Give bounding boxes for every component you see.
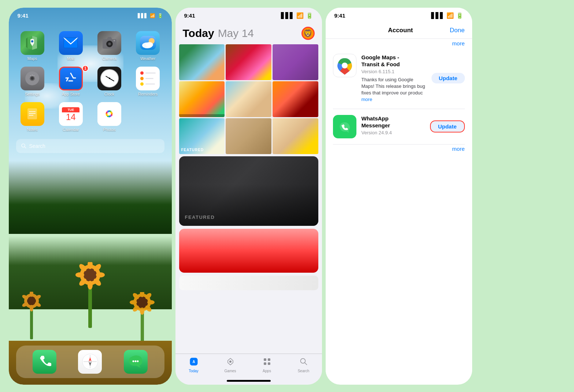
- svg-rect-80: [268, 362, 270, 365]
- games-tab-icon: [226, 358, 234, 368]
- gmaps-desc: Thanks for using Google Maps! This relea…: [362, 76, 426, 103]
- more-link-top[interactable]: more: [326, 39, 472, 48]
- signal-icon: ▋▋▋: [138, 13, 148, 18]
- dock-phone[interactable]: [33, 350, 56, 374]
- appstore-label: App Store: [62, 92, 80, 96]
- dock-safari[interactable]: [78, 350, 102, 374]
- notes-icon-img: [21, 102, 44, 126]
- photo-row-3: FEATURED: [175, 118, 322, 154]
- tab-today[interactable]: A Today: [181, 358, 207, 373]
- clock-label: Clock: [104, 92, 115, 96]
- svg-point-33: [31, 40, 33, 42]
- today-label: Today: [183, 27, 214, 40]
- app-icon-notes[interactable]: Notes: [16, 102, 49, 132]
- appstore-header: Today May 14 🦁: [175, 24, 322, 44]
- photo-cooking-overlay: [179, 114, 225, 117]
- app-icon-reminders[interactable]: Reminders: [132, 67, 164, 96]
- svg-point-70: [133, 361, 134, 362]
- tab-apps[interactable]: Apps: [254, 358, 280, 373]
- apps-tab-label: Apps: [263, 369, 271, 373]
- svg-point-76: [229, 361, 232, 363]
- svg-point-46: [146, 42, 153, 47]
- svg-text:A: A: [192, 360, 195, 364]
- gmaps-update-button[interactable]: Update: [432, 73, 465, 83]
- photo-cell-tropical: [179, 44, 225, 80]
- svg-line-63: [25, 147, 26, 148]
- app-icon-settings[interactable]: Settings: [16, 67, 49, 96]
- phone3-status-time: 9:41: [334, 12, 345, 19]
- whatsapp-app-name: WhatsApp Messenger: [362, 115, 425, 129]
- photos-icon-img: [97, 102, 121, 126]
- app-icon-clock[interactable]: Clock: [93, 67, 126, 96]
- app-icon-mail[interactable]: Mail: [55, 31, 87, 61]
- phone3-wifi: 📶: [447, 12, 454, 19]
- red-promo-card[interactable]: [179, 229, 318, 273]
- photo-cell-food2: [273, 81, 318, 117]
- home-search-bar[interactable]: Search: [16, 139, 164, 153]
- svg-point-83: [342, 63, 348, 68]
- homescreen-content: 9:41 ▋▋▋ 📶 🔋: [9, 8, 172, 385]
- app-icon-maps[interactable]: Maps: [16, 31, 49, 61]
- games-tab-label: Games: [224, 369, 236, 373]
- status-indicators: ▋▋▋ 📶 🔋: [138, 13, 163, 18]
- account-avatar-button[interactable]: 🦁: [301, 27, 315, 40]
- tab-search[interactable]: Search: [291, 358, 316, 373]
- app-icon-photos[interactable]: Photos: [93, 102, 126, 132]
- update-item-whatsapp: WhatsApp Messenger Version 24.9.4 Update: [326, 109, 472, 144]
- gmaps-app-icon: [333, 54, 356, 77]
- phone3-battery: 🔋: [456, 12, 463, 19]
- more-link-bottom[interactable]: more: [326, 144, 472, 153]
- appstore-icon-img: [59, 67, 83, 90]
- appstore-scroll[interactable]: FEATURED FEATURED: [175, 44, 322, 292]
- search-icon: [21, 143, 26, 149]
- photo-cell-berries: [226, 44, 271, 80]
- status-time: 9:41: [18, 12, 29, 19]
- maps-label: Maps: [27, 56, 37, 61]
- gmaps-more-link[interactable]: more: [362, 97, 373, 102]
- svg-line-82: [305, 363, 307, 365]
- photo-cell-cooking: [179, 81, 225, 117]
- featured-card[interactable]: FEATURED: [179, 156, 318, 226]
- battery-icon: 🔋: [158, 13, 163, 18]
- app-icon-calendar[interactable]: TUE 14 Calendar: [55, 102, 87, 132]
- settings-label: Settings: [25, 92, 40, 96]
- phone2-appstore: 9:41 ▋▋▋ 📶 🔋 Today May 14 🦁: [175, 8, 322, 385]
- whatsapp-update-info: WhatsApp Messenger Version 24.9.4: [362, 115, 425, 135]
- dock-messages[interactable]: [124, 350, 148, 374]
- mail-label: Mail: [67, 56, 74, 61]
- reminders-label: Reminders: [138, 92, 158, 96]
- search-label: Search: [29, 143, 45, 149]
- whatsapp-app-icon: [333, 115, 356, 138]
- svg-point-81: [300, 358, 305, 363]
- today-title-group: Today May 14: [183, 27, 254, 40]
- phone3-status-bar: 9:41 ▋▋▋ 📶 🔋: [326, 8, 472, 24]
- phone2-status-bar: 9:41 ▋▋▋ 📶 🔋: [175, 8, 322, 24]
- whatsapp-update-button[interactable]: Update: [430, 120, 465, 132]
- today-tab-label: Today: [189, 369, 199, 373]
- reminders-icon-img: [136, 67, 160, 90]
- notes-label: Notes: [27, 127, 38, 132]
- done-button[interactable]: Done: [450, 27, 465, 34]
- photo-cell-purple: [273, 44, 318, 80]
- photo-cell-portrait: [226, 81, 271, 117]
- dock: [16, 346, 164, 378]
- status-bar: 9:41 ▋▋▋ 📶 🔋: [9, 8, 172, 24]
- app-icon-appstore[interactable]: 1 App Store: [55, 67, 87, 96]
- search-tab-label: Search: [298, 369, 310, 373]
- svg-rect-77: [264, 358, 266, 361]
- collection-strip[interactable]: [179, 276, 318, 290]
- app-icon-weather[interactable]: Weather: [132, 31, 164, 61]
- svg-point-61: [107, 112, 111, 116]
- mail-icon-img: [59, 31, 83, 55]
- phone2-signal: ▋▋▋: [281, 12, 294, 19]
- svg-point-71: [135, 361, 137, 362]
- today-tab-icon: A: [190, 358, 198, 368]
- app-icon-camera[interactable]: Camera: [93, 31, 126, 61]
- photo-cell-body: [273, 118, 318, 154]
- svg-point-49: [31, 77, 34, 80]
- featured-text: FEATURED: [181, 148, 204, 152]
- photos-label: Photos: [103, 127, 116, 132]
- svg-point-41: [108, 43, 111, 45]
- phone3-signal: ▋▋▋: [431, 12, 444, 19]
- tab-games[interactable]: Games: [218, 358, 243, 373]
